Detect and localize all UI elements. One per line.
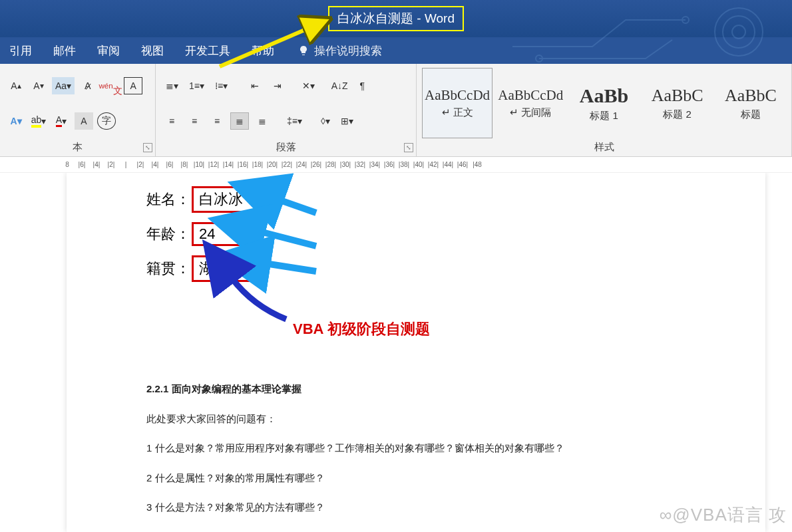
ruler-tick: |32| (353, 161, 367, 168)
shading-button[interactable]: ◊▾ (317, 112, 333, 130)
question-3: 3 什么是方法？对象常见的方法有哪些？ (146, 500, 686, 515)
character-shading-button[interactable]: A (75, 112, 93, 130)
group-font: A▴ A▾ Aa▾ A̷ wén文 A A▾ ab▾ A▾ A 字 本 ⤡ (0, 64, 156, 156)
highlight-button[interactable]: ab▾ (29, 112, 48, 130)
clear-formatting-button[interactable]: A̷ (79, 77, 97, 94)
phonetic-guide-button[interactable]: wén文 (101, 77, 120, 94)
ruler-tick: |38| (397, 161, 411, 168)
style-heading2[interactable]: AaBbC 标题 2 (642, 68, 713, 138)
grow-font-button[interactable]: A▴ (7, 77, 25, 94)
section-221: 2.2.1 面向对象编程的基本理论掌握 此处要求大家回答的问题有： 1 什么是对… (146, 382, 686, 532)
title-bar: 白冰冰自测题 - Word (0, 0, 792, 37)
style-preview: AaBbC (644, 86, 711, 106)
character-border-button[interactable]: A (124, 77, 142, 94)
tab-references[interactable]: 引用 (8, 41, 33, 61)
change-case-button[interactable]: Aa▾ (52, 77, 75, 94)
align-left-button[interactable]: ≡ (162, 112, 181, 130)
sort-button[interactable]: A↓Z (330, 77, 349, 94)
font-dialog-launcher[interactable]: ⤡ (143, 143, 152, 152)
style-heading1[interactable]: AaBb 标题 1 (568, 68, 639, 138)
style-title[interactable]: AaBbC 标题 (715, 68, 786, 138)
shrink-font-button[interactable]: A▾ (29, 77, 48, 94)
style-name: 标题 2 (644, 108, 711, 121)
name-value[interactable]: 白冰冰 (192, 186, 265, 213)
tab-help[interactable]: 帮助 (250, 41, 276, 61)
style-preview: AaBb (570, 84, 637, 107)
ruler-tick: |2| (133, 161, 148, 168)
ruler-tick: |42| (426, 161, 441, 168)
style-name: 标题 1 (570, 110, 637, 122)
section-intro: 此处要求大家回答的问题有： (146, 412, 686, 427)
line-spacing-button[interactable]: ‡≡▾ (284, 112, 305, 130)
ruler-tick: |24| (294, 161, 309, 168)
tell-me-label: 操作说明搜索 (314, 43, 382, 59)
ruler-tick: |26| (309, 161, 323, 168)
document-area[interactable]: 姓名： 白冰冰 年龄： 24 籍贯： 湖北 VBA 初级阶段自测题 2.2.1 … (0, 173, 792, 532)
ruler-tick: | (118, 161, 133, 168)
ruler[interactable]: 8 |6| |4| |2| | |2| |4| |6| |8| |10| |12… (0, 157, 792, 173)
ruler-tick: |14| (221, 161, 236, 168)
ruler-tick: |2| (104, 161, 118, 168)
ruler-tick: |40| (411, 161, 426, 168)
tab-mailings[interactable]: 邮件 (52, 41, 77, 61)
page[interactable]: 姓名： 白冰冰 年龄： 24 籍贯： 湖北 VBA 初级阶段自测题 2.2.1 … (67, 173, 765, 532)
tab-developer[interactable]: 开发工具 (184, 41, 232, 61)
style-no-spacing[interactable]: AaBbCcDd ↵ 无间隔 (495, 68, 566, 138)
ruler-tick: |18| (250, 161, 265, 168)
asian-layout-button[interactable]: ✕▾ (299, 77, 318, 94)
align-distribute-button[interactable]: ≣ (253, 112, 272, 130)
show-marks-button[interactable]: ¶ (353, 77, 371, 94)
numbering-button[interactable]: 1≡▾ (186, 77, 208, 94)
ruler-tick: |4| (89, 161, 104, 168)
multilevel-list-button[interactable]: ⁞≡▾ (212, 77, 231, 94)
question-2: 2 什么是属性？对象的常用属性有哪些？ (146, 471, 686, 486)
ruler-tick: |16| (236, 161, 250, 168)
form-row-age: 年龄： 24 (146, 222, 686, 246)
increase-indent-button[interactable]: ⇥ (268, 77, 287, 94)
ruler-tick: |28| (323, 161, 338, 168)
form-row-place: 籍贯： 湖北 (146, 255, 686, 282)
paw-icon: ∞ (660, 505, 673, 525)
style-preview: AaBbCcDd (497, 87, 564, 104)
style-normal[interactable]: AaBbCcDd ↵ 正文 (422, 68, 493, 138)
ruler-tick: |22| (280, 161, 294, 168)
bullets-button[interactable]: ≣▾ (162, 77, 182, 94)
group-styles-label: 样式 (422, 141, 786, 154)
font-color-button[interactable]: A▾ (52, 112, 71, 130)
align-center-button[interactable]: ≡ (185, 112, 204, 130)
decrease-indent-button[interactable]: ⇤ (246, 77, 264, 94)
ruler-tick: |46| (455, 161, 470, 168)
paragraph-dialog-launcher[interactable]: ⤡ (404, 143, 413, 152)
age-value[interactable]: 24 (192, 222, 252, 246)
section-heading: 2.2.1 面向对象编程的基本理论掌握 (146, 382, 686, 397)
watermark: ∞@VBA语言 攻 (660, 503, 787, 527)
style-preview: AaBbCcDd (424, 87, 491, 104)
tab-review[interactable]: 审阅 (96, 41, 121, 61)
enclose-characters-button[interactable]: 字 (97, 112, 116, 130)
text-effects-button[interactable]: A▾ (7, 112, 25, 130)
question-4: 4 什么是事件？常见的对象事件有哪些？ (146, 530, 686, 533)
ruler-tick: |34| (367, 161, 382, 168)
ruler-tick: |36| (382, 161, 397, 168)
ruler-tick: |12| (206, 161, 221, 168)
ribbon: A▴ A▾ Aa▾ A̷ wén文 A A▾ ab▾ A▾ A 字 本 ⤡ ≣▾… (0, 64, 792, 157)
style-name: ↵ 无间隔 (497, 106, 564, 119)
name-label: 姓名： (146, 190, 192, 209)
window-title: 白冰冰自测题 - Word (328, 6, 464, 31)
borders-button[interactable]: ⊞▾ (337, 112, 357, 130)
align-right-button[interactable]: ≡ (208, 112, 226, 130)
tell-me-search[interactable]: 操作说明搜索 (298, 43, 382, 59)
place-value[interactable]: 湖北 (192, 255, 252, 282)
svg-point-2 (732, 25, 745, 39)
question-1: 1 什么是对象？常用应用程序对象有哪些？工作簿相关的对象有哪些？窗体相关的对象有… (146, 441, 686, 456)
style-name: ↵ 正文 (424, 106, 491, 119)
ruler-tick: |44| (441, 161, 455, 168)
ruler-tick: |8| (177, 161, 192, 168)
group-paragraph-label: 段落 (162, 141, 409, 154)
align-justify-button[interactable]: ≣ (230, 112, 249, 130)
ruler-tick: |30| (338, 161, 353, 168)
svg-point-3 (682, 17, 689, 23)
style-name: 标题 (717, 108, 784, 121)
ruler-tick: |4| (148, 161, 162, 168)
tab-view[interactable]: 视图 (140, 41, 165, 61)
